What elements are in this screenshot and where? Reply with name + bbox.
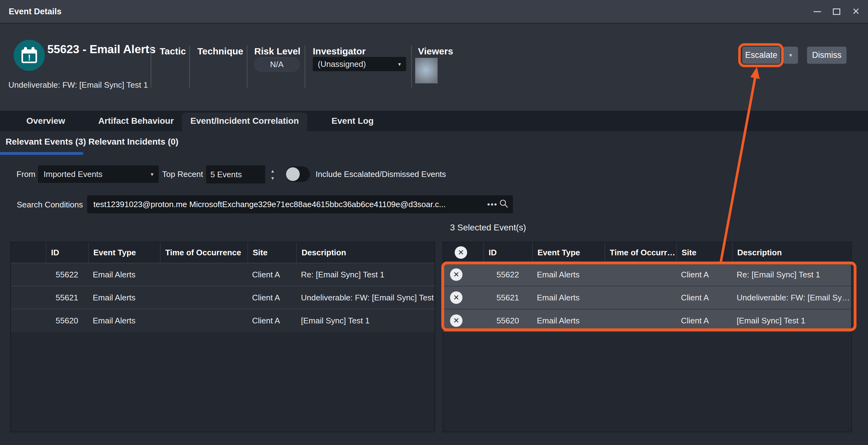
- cell-site: Client A: [676, 316, 732, 326]
- investigator-select[interactable]: (Unassigned) ▼: [313, 57, 406, 71]
- tactic-label: Tactic: [160, 46, 186, 57]
- tab-event-incident-correlation[interactable]: Event/Incident Correlation: [182, 112, 307, 131]
- from-select[interactable]: Imported Events ▼: [38, 165, 159, 183]
- risk-level-value: N/A: [254, 57, 300, 71]
- header-divider: [247, 45, 247, 88]
- search-conditions-input[interactable]: [93, 199, 486, 210]
- tab-artifact-behaviour[interactable]: Artifact Behaviour: [98, 111, 174, 131]
- selected-row[interactable]: ✕ 55622 Email Alerts Client A Re: [Email…: [443, 263, 851, 286]
- remove-all-cell: ✕: [443, 242, 483, 263]
- search-conditions-box: •••: [87, 195, 513, 213]
- window-controls: ✕: [813, 0, 860, 23]
- tab-overview[interactable]: Overview: [27, 111, 65, 131]
- cell-event-type: Email Alerts: [532, 270, 604, 280]
- event-calendar-alert-icon: !: [14, 40, 45, 71]
- header-divider: [305, 45, 305, 88]
- dismiss-button[interactable]: Dismiss: [807, 47, 846, 64]
- col-id[interactable]: ID: [483, 242, 532, 263]
- cell-description: Re: [Email Sync] Test 1: [296, 270, 434, 280]
- selected-events-table: ✕ ID Event Type Time of Occurrence Site …: [442, 242, 852, 432]
- escalate-dropdown-button[interactable]: ▼: [783, 47, 798, 64]
- subtab-relevant-incidents[interactable]: Relevant Incidents (0): [88, 131, 178, 152]
- event-header: ! 55623 - Email Alerts Tactic Technique …: [0, 24, 868, 111]
- technique-label: Technique: [197, 46, 243, 57]
- table-row[interactable]: 55620 Email Alerts Client A [Email Sync]…: [11, 309, 434, 332]
- selected-row[interactable]: ✕ 55620 Email Alerts Client A [Email Syn…: [443, 309, 851, 332]
- include-escalated-label: Include Escalated/Dismissed Events: [316, 165, 446, 183]
- remove-all-icon[interactable]: ✕: [455, 246, 467, 259]
- header-divider: [189, 45, 190, 88]
- filter-row: From Imported Events ▼ Top Recent 5 Even…: [0, 165, 868, 186]
- remove-cell: ✕: [443, 314, 483, 327]
- header-divider: [151, 45, 151, 88]
- cell-description: [Email Sync] Test 1: [732, 316, 851, 326]
- top-recent-stepper[interactable]: 5 Events ▲ ▼: [206, 165, 280, 183]
- subtab-relevant-events[interactable]: Relevant Events (3): [6, 131, 86, 152]
- col-event-type[interactable]: Event Type: [88, 242, 160, 263]
- table-row[interactable]: 55621 Email Alerts Client A Undeliverabl…: [11, 286, 434, 309]
- viewer-avatar[interactable]: [415, 58, 438, 83]
- cell-description: Re: [Email Sync] Test 1: [732, 270, 851, 280]
- cell-id: 55622: [46, 270, 88, 280]
- search-icon[interactable]: [499, 199, 513, 210]
- top-recent-value-box[interactable]: 5 Events: [206, 165, 265, 183]
- selected-row[interactable]: ✕ 55621 Email Alerts Client A Undelivera…: [443, 286, 851, 309]
- calendar-ear: [31, 47, 35, 52]
- risk-level-label: Risk Level: [254, 46, 300, 57]
- cell-event-type: Email Alerts: [532, 293, 604, 303]
- col-time[interactable]: Time of Occurrence: [160, 242, 247, 263]
- remove-event-icon[interactable]: ✕: [450, 292, 463, 304]
- more-conditions-icon[interactable]: •••: [486, 200, 499, 209]
- calendar-glyph: !: [22, 49, 37, 63]
- cell-id: 55620: [46, 316, 88, 326]
- cell-site: Client A: [676, 270, 732, 280]
- remove-cell: ✕: [443, 292, 483, 304]
- select-column-header: [11, 242, 46, 263]
- top-recent-label: Top Recent: [162, 165, 203, 183]
- selected-events-summary: 3 Selected Event(s): [450, 222, 526, 233]
- viewers-label: Viewers: [418, 46, 453, 57]
- investigator-label: Investigator: [313, 46, 366, 57]
- left-table-header: ID Event Type Time of Occurrence Site De…: [11, 242, 434, 263]
- cell-site: Client A: [676, 293, 732, 303]
- cell-site: Client A: [247, 270, 296, 280]
- stepper-up-icon[interactable]: ▲: [271, 169, 275, 173]
- sub-tab-bar: Relevant Events (3) Relevant Incidents (…: [0, 131, 868, 157]
- header-divider: [411, 45, 412, 88]
- cell-id: 55620: [483, 316, 532, 326]
- toggle-knob: [286, 167, 300, 181]
- col-event-type[interactable]: Event Type: [532, 242, 604, 263]
- col-site[interactable]: Site: [676, 242, 732, 263]
- search-conditions-label: Search Conditions: [17, 195, 83, 214]
- window-title: Event Details: [9, 0, 62, 23]
- cell-event-type: Email Alerts: [88, 270, 160, 280]
- stepper-down-icon[interactable]: ▼: [271, 176, 275, 180]
- include-escalated-toggle[interactable]: [286, 166, 310, 182]
- col-id[interactable]: ID: [46, 242, 88, 263]
- investigator-value: (Unassigned): [318, 59, 397, 69]
- from-value: Imported Events: [43, 169, 150, 179]
- calendar-exclamation: !: [23, 54, 35, 62]
- event-title: 55623 - Email Alerts: [47, 43, 156, 56]
- stepper-arrows: ▲ ▼: [265, 165, 280, 183]
- table-row[interactable]: 55622 Email Alerts Client A Re: [Email S…: [11, 263, 434, 286]
- close-icon[interactable]: ✕: [852, 7, 860, 16]
- cell-event-type: Email Alerts: [532, 316, 604, 326]
- search-row: Search Conditions •••: [0, 195, 868, 214]
- col-time[interactable]: Time of Occurrence: [604, 242, 676, 263]
- maximize-icon[interactable]: [833, 8, 840, 15]
- cell-description: Undeliverable: FW: [Email Sync] Test 1: [296, 293, 434, 303]
- chevron-down-icon: ▼: [788, 53, 793, 58]
- active-subtab-underline: [0, 152, 83, 155]
- minimize-icon[interactable]: [813, 11, 821, 12]
- cell-event-type: Email Alerts: [88, 316, 160, 326]
- calendar-ear: [24, 47, 27, 52]
- remove-event-icon[interactable]: ✕: [450, 268, 463, 281]
- escalate-button[interactable]: Escalate: [742, 47, 780, 64]
- from-label: From: [17, 165, 35, 183]
- tab-event-log[interactable]: Event Log: [332, 111, 373, 131]
- col-description[interactable]: Description: [732, 242, 851, 263]
- remove-event-icon[interactable]: ✕: [450, 314, 463, 327]
- col-description[interactable]: Description: [296, 242, 434, 263]
- col-site[interactable]: Site: [247, 242, 296, 263]
